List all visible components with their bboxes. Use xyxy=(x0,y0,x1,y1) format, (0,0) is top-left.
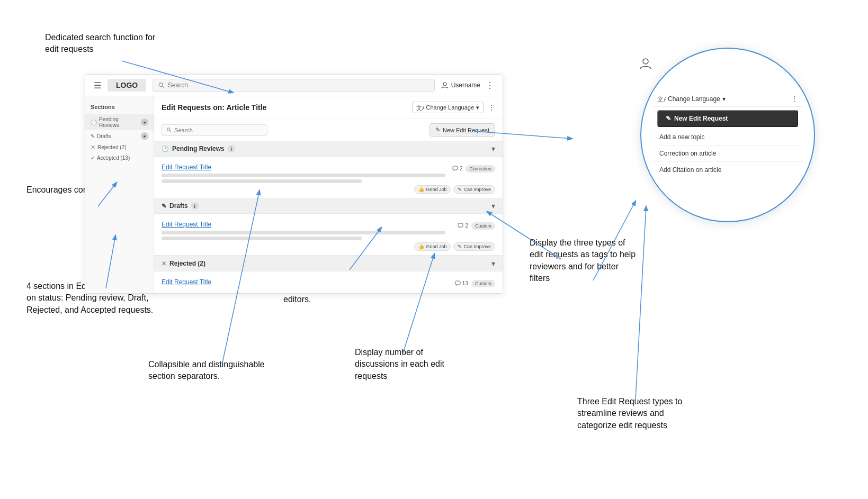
search-icon xyxy=(158,82,165,88)
zoom-change-language-button[interactable]: 文A Change Language ▾ xyxy=(657,95,726,103)
pencil-icon: ✎ xyxy=(91,133,95,139)
sidebar-item-rejected[interactable]: ✕ Rejected (2) xyxy=(85,142,154,153)
vote-buttons-2: 👍 Good Job ✎ Can Improve xyxy=(414,242,495,251)
annotation-discussions: Display number of discussions in each ed… xyxy=(355,347,461,382)
good-job-button-2[interactable]: 👍 Good Job xyxy=(414,242,451,251)
svg-point-13 xyxy=(443,83,446,86)
drafts-badge: ● xyxy=(141,132,148,140)
er-item-pending-1-line2 xyxy=(162,179,362,183)
rejected-x-icon: ✕ xyxy=(162,260,166,267)
er-dots-icon[interactable]: ⋮ xyxy=(488,103,495,112)
nav-dots-icon[interactable]: ⋮ xyxy=(486,80,494,90)
svg-rect-19 xyxy=(458,223,463,227)
thumbup-icon-2: 👍 xyxy=(418,244,424,249)
sidebar: Sections 🕐 Pending Reviews ● ✎ Drafts ● … xyxy=(85,96,154,293)
thumbup-icon: 👍 xyxy=(418,187,424,192)
pending-collapse-icon[interactable]: ▾ xyxy=(491,144,495,153)
sidebar-item-accepted[interactable]: ✓ Accepted (13) xyxy=(85,153,154,163)
translate-icon: 文A xyxy=(416,104,424,111)
can-improve-button-2[interactable]: ✎ Can Improve xyxy=(453,242,495,251)
user-avatar-icon xyxy=(639,57,652,70)
nav-search-input[interactable] xyxy=(168,81,429,89)
section-drafts-label: Drafts xyxy=(169,202,188,210)
custom-tag-1[interactable]: Custom xyxy=(471,222,495,230)
er-item-draft-1-meta-top: Edit Request Title 2 Custom xyxy=(162,221,495,231)
section-pending-left: 🕐 Pending Reviews i xyxy=(162,145,235,152)
zoom-menu-add-citation[interactable]: Add Citation on article xyxy=(652,162,803,178)
svg-point-15 xyxy=(167,128,170,131)
er-panel: Edit Requests on: Article Title 文A Chang… xyxy=(154,96,503,293)
section-pending-reviews: 🕐 Pending Reviews i ▾ xyxy=(154,141,503,157)
pending-info-icon[interactable]: i xyxy=(228,145,235,152)
zoom-menu-add-topic[interactable]: Add a new topic xyxy=(652,129,803,146)
er-item-draft-1-line2 xyxy=(162,237,362,240)
zoom-dots-icon[interactable]: ⋮ xyxy=(791,95,798,103)
zoom-change-language-label: Change Language xyxy=(668,95,720,103)
er-search-input[interactable] xyxy=(174,127,263,133)
er-item-pending-1-right: 2 Correction xyxy=(452,165,495,173)
er-search-bar: ✎ New Edit Request xyxy=(154,119,503,141)
zoom-menu-correction[interactable]: Correction on article xyxy=(652,146,803,162)
pencil-vote-icon: ✎ xyxy=(458,187,462,192)
user-icon xyxy=(441,81,449,89)
username-text: Username xyxy=(451,81,480,89)
zoom-user-icon-area xyxy=(639,57,652,72)
sidebar-item-pending[interactable]: 🕐 Pending Reviews ● xyxy=(85,114,154,130)
nav-bar: ☰ LOGO Username ⋮ xyxy=(85,75,503,96)
good-job-button-1[interactable]: 👍 Good Job xyxy=(414,185,451,194)
section-rejected: ✕ Rejected (2) ▾ xyxy=(154,256,503,271)
sidebar-item-accepted-label: Accepted (13) xyxy=(97,155,130,161)
sidebar-item-drafts[interactable]: ✎ Drafts ● xyxy=(85,130,154,142)
can-improve-button-1[interactable]: ✎ Can Improve xyxy=(453,185,495,194)
er-header: Edit Requests on: Article Title 文A Chang… xyxy=(154,96,503,119)
discussion-count-2: 2 xyxy=(458,223,468,229)
new-edit-request-button[interactable]: ✎ New Edit Request xyxy=(429,123,495,137)
svg-rect-21 xyxy=(455,281,460,285)
logo: LOGO xyxy=(108,79,146,92)
er-item-draft-1-votes: 👍 Good Job ✎ Can Improve xyxy=(162,242,495,251)
username-display: Username xyxy=(441,81,480,89)
drafts-info-icon[interactable]: i xyxy=(191,202,199,210)
er-item-pending-1-title[interactable]: Edit Request Title xyxy=(162,164,211,171)
discussion-icon-2 xyxy=(458,223,463,229)
er-panel-title: Edit Requests on: Article Title xyxy=(162,103,266,112)
annotation-collapsible: Collapsible and distinguishable section … xyxy=(148,359,265,383)
annotation-er-types: Three Edit Request types to streamline r… xyxy=(577,396,704,431)
vote-buttons-1: 👍 Good Job ✎ Can Improve xyxy=(414,185,495,194)
er-item-rejected-1-meta-top: Edit Request Title 13 Custom xyxy=(162,278,495,288)
er-item-rejected-1-title[interactable]: Edit Request Title xyxy=(162,278,211,286)
rejected-collapse-icon[interactable]: ▾ xyxy=(491,259,495,268)
zoom-circle: 文A Change Language ▾ ⋮ ✎ New Edit Reques… xyxy=(640,48,815,222)
change-language-button[interactable]: 文A Change Language ▾ xyxy=(412,102,484,113)
er-search-icon xyxy=(166,127,172,133)
discussion-count-1: 2 xyxy=(452,166,463,171)
drafts-collapse-icon[interactable]: ▾ xyxy=(491,202,495,210)
hamburger-icon[interactable]: ☰ xyxy=(94,80,101,90)
er-item-rejected-1-right: 13 Custom xyxy=(455,280,495,287)
check-icon: ✓ xyxy=(91,155,95,161)
er-item-draft-1: Edit Request Title 2 Custom xyxy=(154,214,503,256)
correction-tag[interactable]: Correction xyxy=(466,165,495,173)
sidebar-item-drafts-label: Drafts xyxy=(97,133,111,139)
annotation-three-types: Display the three types of edit requests… xyxy=(530,237,641,285)
pencil-vote-icon-2: ✎ xyxy=(458,244,462,249)
sidebar-item-pending-label: Pending Reviews xyxy=(99,116,139,128)
x-icon: ✕ xyxy=(91,144,95,151)
svg-text:文A: 文A xyxy=(416,105,424,111)
zoom-pencil-icon: ✎ xyxy=(666,115,671,122)
pending-badge: ● xyxy=(141,119,148,126)
er-item-pending-1: Edit Request Title 2 Correction xyxy=(154,157,503,198)
zoom-inner: 文A Change Language ▾ ⋮ ✎ New Edit Reques… xyxy=(641,81,814,189)
svg-point-11 xyxy=(159,83,163,87)
er-item-pending-1-line1 xyxy=(162,174,445,177)
er-item-draft-1-title[interactable]: Edit Request Title xyxy=(162,221,211,228)
sidebar-title: Sections xyxy=(85,102,154,114)
zoom-chevron-icon: ▾ xyxy=(722,95,726,103)
zoom-new-edit-request-button[interactable]: ✎ New Edit Request xyxy=(657,110,798,127)
nav-right: Username ⋮ xyxy=(441,80,494,90)
custom-tag-2[interactable]: Custom xyxy=(471,280,495,287)
annotation-search: Dedicated search function for edit reque… xyxy=(45,32,162,56)
section-drafts: ✎ Drafts i ▾ xyxy=(154,198,503,214)
sidebar-item-rejected-label: Rejected (2) xyxy=(97,144,126,150)
er-item-pending-1-meta-top: Edit Request Title 2 Correction xyxy=(162,164,495,174)
